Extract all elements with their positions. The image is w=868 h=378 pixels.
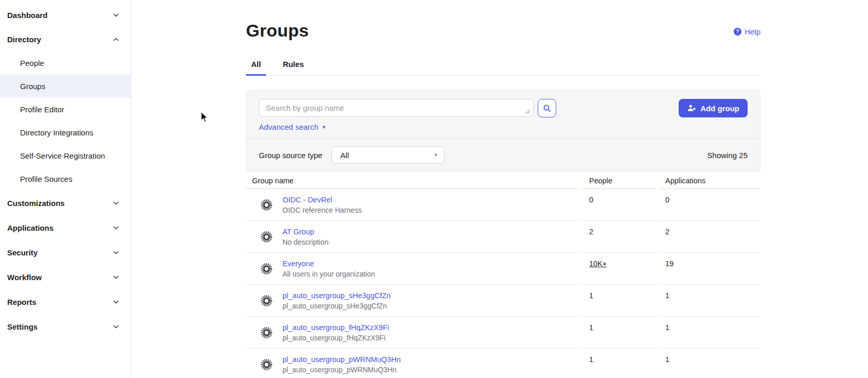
search-input[interactable] — [259, 99, 534, 117]
group-name-link[interactable]: pl_auto_usergroup_pWRNMuQ3Hn — [282, 355, 401, 364]
table-row: pl_auto_usergroup_sHe3ggCfZn pl_auto_use… — [246, 285, 760, 317]
sidebar-item-applications[interactable]: Applications — [0, 215, 131, 240]
group-avatar-icon — [260, 199, 273, 211]
sidebar-item-label: Self-Service Registration — [20, 151, 105, 160]
sidebar-item-profile-editor[interactable]: Profile Editor — [0, 98, 131, 121]
add-group-label: Add group — [700, 104, 739, 113]
sidebar-item-workflow[interactable]: Workflow — [0, 265, 131, 289]
sidebar-item-customizations[interactable]: Customizations — [0, 191, 131, 215]
applications-count: 19 — [660, 253, 760, 285]
table-row: OIDC - DevRel OIDC reference Harness 0 0 — [246, 189, 760, 221]
table-row: Everyone All users in your organization … — [246, 253, 760, 285]
help-link[interactable]: ? Help — [734, 27, 760, 36]
tab-rules[interactable]: Rules — [278, 55, 309, 75]
source-type-value: All — [340, 151, 349, 160]
applications-count: 2 — [660, 221, 760, 253]
people-count: 1 — [582, 317, 657, 349]
group-description: All users in your organization — [282, 270, 375, 278]
people-count: 1 — [582, 349, 657, 378]
table-row: AT Group No description 2 2 — [246, 221, 760, 253]
sidebar-item-label: Customizations — [7, 199, 65, 208]
sidebar-item-people[interactable]: People — [0, 51, 131, 75]
caret-down-icon: ▼ — [433, 152, 438, 158]
sidebar-item-settings[interactable]: Settings — [0, 314, 131, 339]
table-header: Group name People Applications — [246, 173, 760, 189]
advanced-search-link[interactable]: Advanced search ▼ — [259, 123, 326, 131]
filter-panel: Add group Advanced search ▼ Group source… — [246, 90, 760, 171]
group-name-link[interactable]: OIDC - DevRel — [282, 196, 362, 204]
chevron-down-icon — [113, 299, 119, 305]
sidebar-item-self-service-registration[interactable]: Self-Service Registration — [0, 144, 131, 167]
sidebar-item-directory[interactable]: Directory — [0, 27, 131, 51]
chevron-down-icon — [113, 274, 119, 281]
mouse-cursor — [200, 111, 209, 124]
applications-count: 1 — [660, 317, 760, 349]
applications-count: 1 — [660, 285, 760, 317]
sidebar-item-label: Groups — [20, 82, 45, 91]
advanced-search-label: Advanced search — [259, 123, 318, 131]
group-name-link[interactable]: AT Group — [282, 228, 329, 236]
sidebar-item-label: Directory Integrations — [20, 128, 94, 137]
sidebar-item-label: Security — [7, 248, 38, 257]
sidebar-item-security[interactable]: Security — [0, 240, 131, 265]
sidebar-item-reports[interactable]: Reports — [0, 289, 131, 314]
help-icon: ? — [734, 28, 741, 36]
chevron-down-icon — [113, 200, 119, 207]
sidebar-item-profile-sources[interactable]: Profile Sources — [0, 167, 131, 191]
chevron-down-icon — [113, 225, 119, 231]
column-header-group-name: Group name — [246, 173, 579, 189]
group-description: pl_auto_usergroup_pWRNMuQ3Hn — [282, 366, 401, 374]
sidebar-item-label: Applications — [7, 224, 54, 232]
group-description: No description — [282, 238, 329, 246]
help-label: Help — [745, 27, 760, 36]
group-description: OIDC reference Harness — [282, 206, 362, 214]
group-avatar-icon — [260, 358, 273, 371]
sidebar-item-label: People — [20, 59, 44, 67]
group-description: pl_auto_usergroup_fHqZKzX9Fi — [282, 334, 389, 342]
sidebar-item-label: Dashboard — [7, 11, 47, 20]
group-avatar-icon — [260, 263, 273, 275]
group-name-link[interactable]: pl_auto_usergroup_sHe3ggCfZn — [282, 291, 391, 300]
chevron-down-icon — [113, 249, 119, 256]
group-avatar-icon — [260, 295, 273, 307]
sidebar-item-label: Directory — [7, 35, 41, 44]
source-type-select[interactable]: All ▼ — [331, 146, 445, 164]
tab-bar: All Rules — [246, 55, 760, 76]
sidebar-item-label: Workflow — [7, 273, 42, 282]
main-content: Groups ? Help All Rules — [131, 0, 868, 378]
sidebar-item-directory-integrations[interactable]: Directory Integrations — [0, 121, 131, 144]
sidebar-item-groups[interactable]: Groups — [0, 75, 131, 98]
group-avatar-icon — [260, 231, 273, 243]
group-name-link[interactable]: Everyone — [282, 260, 375, 268]
add-group-button[interactable]: Add group — [679, 99, 748, 117]
add-group-icon — [687, 104, 696, 112]
source-type-label: Group source type — [259, 151, 322, 160]
sidebar-item-label: Reports — [7, 298, 37, 306]
sidebar-item-dashboard[interactable]: Dashboard — [0, 3, 131, 27]
chevron-up-icon — [113, 36, 119, 43]
page-title: Groups — [246, 21, 309, 41]
people-count: 2 — [582, 221, 657, 253]
groups-table: Group name People Applications OIDC - De… — [246, 173, 760, 378]
table-row: pl_auto_usergroup_pWRNMuQ3Hn pl_auto_use… — [246, 349, 760, 378]
search-icon — [543, 104, 551, 112]
showing-count: Showing 25 — [707, 151, 748, 160]
people-count: 1 — [582, 285, 657, 317]
sidebar-item-label: Profile Editor — [20, 105, 64, 114]
applications-count: 0 — [660, 189, 760, 221]
people-count-link[interactable]: 10K+ — [589, 260, 607, 268]
sidebar: Dashboard Directory People Groups Profil… — [0, 0, 131, 378]
sidebar-item-label: Profile Sources — [20, 175, 73, 183]
group-description: pl_auto_usergroup_sHe3ggCfZn — [282, 302, 391, 310]
group-name-link[interactable]: pl_auto_usergroup_fHqZKzX9Fi — [282, 323, 389, 332]
group-avatar-icon — [260, 327, 273, 339]
tab-all[interactable]: All — [246, 55, 266, 75]
applications-count: 1 — [660, 349, 760, 378]
search-button[interactable] — [538, 99, 556, 117]
caret-down-icon: ▼ — [322, 125, 326, 130]
chevron-down-icon — [113, 12, 119, 19]
table-row: pl_auto_usergroup_fHqZKzX9Fi pl_auto_use… — [246, 317, 760, 349]
people-count: 0 — [582, 189, 657, 221]
sidebar-item-label: Settings — [7, 322, 38, 331]
column-header-applications: Applications — [660, 173, 760, 189]
